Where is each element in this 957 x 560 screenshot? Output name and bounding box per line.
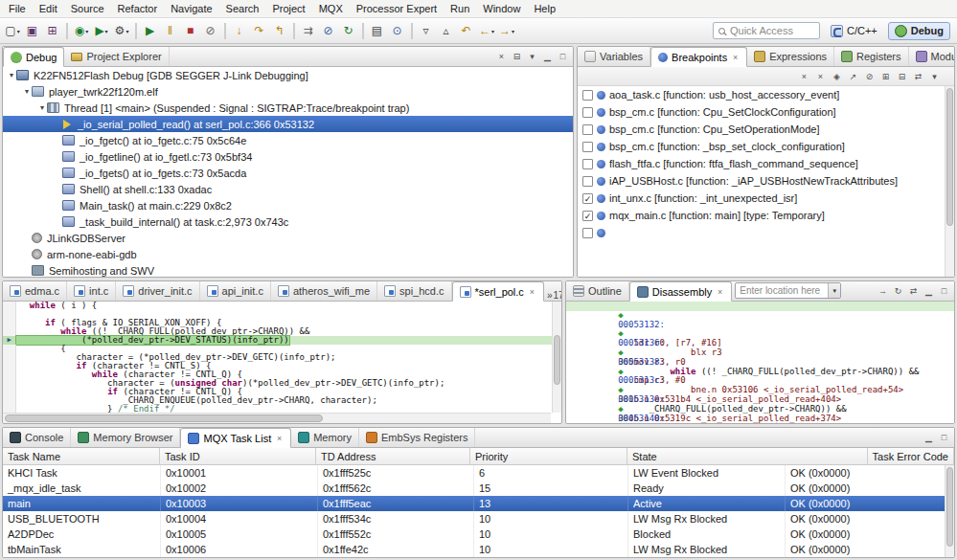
column-header[interactable]: Task Error Code [868, 448, 954, 464]
step-into-icon[interactable]: ↓ [230, 20, 249, 41]
minimize-icon[interactable]: ▁ [923, 431, 935, 445]
tab-api-init-c[interactable]: api_init.c [200, 280, 271, 301]
collapse-all-icon[interactable]: ⊟ [896, 69, 908, 83]
go-to-file-icon[interactable]: ↗ [847, 69, 859, 83]
gutter-marker[interactable]: ▶ [3, 336, 16, 345]
tab-expressions[interactable]: Expressions [747, 46, 834, 66]
menu-item[interactable]: Run [444, 1, 476, 16]
disassembly-line[interactable]: ◆ 00053132: ldr r0, [r7, #16] [566, 302, 954, 311]
debug-tree-item[interactable]: _io_fgets() at io_fgets.c:73 0x5acda [3, 165, 573, 181]
hidden-tabs-chevron[interactable]: » 17 [544, 290, 562, 301]
expander-icon[interactable]: ▾ [7, 71, 16, 79]
debug-tree-item[interactable]: _io_fgetline() at io_fgetl.c:73 0x5bf34 [3, 148, 573, 165]
vertical-scrollbar[interactable] [945, 465, 954, 558]
tab-driver-init-c[interactable]: driver_init.c [116, 280, 199, 301]
debug-tree-item[interactable]: _task_build_internal() at task.c:2,973 0… [3, 213, 573, 230]
task-row[interactable]: _mqx_idle_task 0x10002 0x1fff562c 15 Rea… [3, 481, 954, 496]
menu-item[interactable]: Refactor [111, 1, 165, 16]
column-header[interactable]: Priority [470, 448, 627, 464]
search-icon[interactable]: ⊙ [388, 20, 407, 41]
tab-edma-c[interactable]: edma.c [3, 280, 67, 301]
breakpoint-item[interactable]: bsp_cm.c [function: Cpu_SetOperationMode… [578, 121, 954, 138]
vertical-scrollbar[interactable] [552, 302, 561, 413]
breakpoint-item[interactable] [578, 224, 954, 241]
location-input[interactable]: Enter location here [736, 285, 828, 296]
link-with-debug-icon[interactable]: ⇄ [912, 69, 924, 83]
close-tab-icon[interactable]: × [528, 287, 536, 297]
tab-serl-pol-c[interactable]: *serl_pol.c × [452, 281, 544, 302]
breakpoint-checkbox[interactable] [582, 176, 593, 187]
gutter-marker[interactable] [3, 345, 16, 353]
instruction-stepping-icon[interactable]: ⇉ [299, 20, 318, 41]
tab-disassembly[interactable]: Disassembly × [629, 281, 732, 302]
menu-item[interactable]: Navigate [164, 1, 218, 16]
tab-mqx-task-list[interactable]: MQX Task List × [180, 428, 291, 448]
breakpoint-item[interactable]: flash_ftfa.c [function: ftfa_flash_comma… [578, 155, 954, 172]
breakpoint-item[interactable]: ✓ mqx_main.c [function: main] [type: Tem… [578, 207, 954, 224]
menu-item[interactable]: File [2, 1, 33, 16]
gutter-marker[interactable] [3, 319, 16, 327]
menu-item[interactable]: MQX [312, 1, 350, 16]
gutter-marker[interactable] [3, 327, 16, 336]
new-cpp-project-icon[interactable]: ▤ [368, 20, 387, 41]
gutter-marker[interactable] [3, 396, 16, 405]
debug-tree-item[interactable]: arm-none-eabi-gdb [3, 246, 573, 262]
expand-all-icon[interactable]: ⊞ [879, 69, 892, 83]
location-combo[interactable]: Enter location here ▾ [735, 282, 841, 299]
breakpoint-checkbox[interactable] [582, 107, 593, 118]
breakpoint-item[interactable]: aoa_task.c [function: usb_host_accessory… [578, 86, 954, 103]
skip-all-breakpoints-icon[interactable]: ⊘ [319, 20, 338, 41]
gutter-marker[interactable] [3, 362, 16, 370]
debug-tree-item[interactable]: JLinkGDBServer [3, 230, 573, 246]
menu-item[interactable]: Processor Expert [350, 1, 444, 16]
tab-memory-browser[interactable]: Memory Browser [71, 427, 180, 447]
tab-atheros-wifi-me[interactable]: atheros_wifi_me [271, 280, 377, 301]
back-icon[interactable]: ← ▾ [477, 20, 496, 41]
cpp-perspective-button[interactable]: C/C++ [824, 22, 884, 40]
maximize-icon[interactable]: □ [557, 50, 569, 64]
breakpoint-checkbox[interactable] [582, 142, 593, 152]
tab-int-c[interactable]: int.c [67, 280, 116, 301]
suspend-icon[interactable]: ‖ [161, 20, 180, 41]
next-annotation-icon[interactable]: ▿ [417, 20, 436, 41]
vertical-scrollbar[interactable] [945, 86, 954, 278]
collapse-all-icon[interactable]: ⊟ [511, 50, 523, 64]
code-line[interactable]: ▶ (*polled_dev_ptr->DEV_STATUS)(info_ptr… [3, 336, 561, 345]
debug-tree-item[interactable]: _io_serial_polled_read() at serl_pol.c:3… [3, 116, 573, 132]
gutter-marker[interactable] [3, 302, 16, 310]
task-row[interactable]: tbMainTask 0x10006 0x1ffe42c 10 LW Msg R… [3, 542, 954, 557]
close-tab-icon[interactable]: × [275, 434, 284, 443]
show-breakpoints-supported-icon[interactable]: ◈ [831, 69, 843, 83]
gutter-marker[interactable] [3, 353, 16, 362]
restart-icon[interactable]: ↻ [339, 20, 358, 41]
breakpoint-checkbox[interactable] [582, 159, 593, 169]
close-tab-icon[interactable]: × [731, 53, 740, 62]
tab-console[interactable]: Console [3, 427, 71, 447]
breakpoint-checkbox[interactable]: ✓ [582, 211, 593, 221]
scrollbar-thumb[interactable] [946, 88, 953, 226]
debug-tree-item[interactable]: ▾ Thread [1] <main> (Suspended : Signal … [3, 100, 573, 116]
step-over-icon[interactable]: ↷ [250, 20, 269, 41]
new-icon[interactable]: ▢ ▾ [3, 20, 22, 41]
menu-item[interactable]: Help [527, 1, 562, 16]
task-row[interactable]: USB_BLUETOOTH 0x10004 0x1fff534c 10 LW M… [3, 511, 954, 526]
remove-all-terminated-icon[interactable]: × [495, 50, 508, 64]
view-menu-icon[interactable]: ▾ [526, 50, 538, 64]
debug-icon[interactable]: ◉ ▾ [72, 20, 91, 41]
minimize-icon[interactable]: ▁ [541, 50, 554, 64]
disassembly-content[interactable]: ◆ 00053132: ldr r0, [r7, #16] blx r3 ◆ 0… [566, 302, 954, 424]
run-icon[interactable]: ▶ ▾ [92, 20, 111, 41]
menu-item[interactable]: Window [476, 1, 527, 16]
link-with-active-debug-context-icon[interactable]: ⇄ [907, 284, 920, 299]
debug-tree-item[interactable]: _io_fgetc() at io_fgetc.c:75 0x5c64e [3, 132, 573, 148]
column-header[interactable]: Task Name [3, 448, 160, 464]
expander-icon[interactable]: ▾ [22, 87, 32, 96]
view-menu-icon[interactable]: ▾ [928, 69, 941, 83]
menu-item[interactable]: Edit [33, 1, 64, 16]
task-row[interactable]: A2DPDec 0x10005 0x1fff552c 10 Blocked OK… [3, 526, 954, 542]
forward-icon[interactable]: → ▾ [497, 20, 516, 41]
tab-variables[interactable]: Variables [578, 46, 650, 66]
close-tab-icon[interactable]: × [716, 287, 724, 297]
debug-tree-item[interactable]: ▾ K22FN512Flash Debug [GDB SEGGER J-Link… [3, 67, 573, 83]
breakpoint-checkbox[interactable] [582, 124, 593, 135]
